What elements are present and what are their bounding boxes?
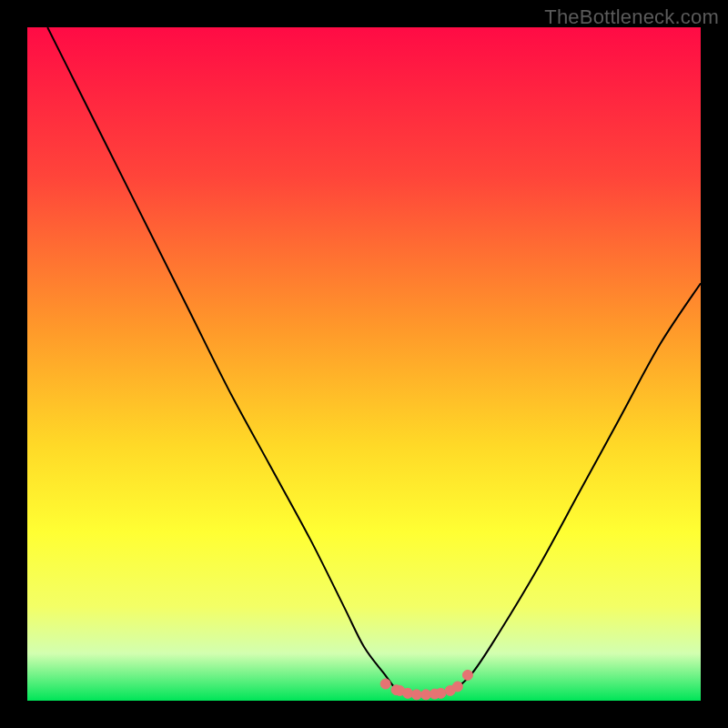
plot-area — [27, 27, 701, 701]
chart-svg — [27, 27, 701, 701]
valley-marker — [462, 670, 472, 680]
valley-marker — [380, 679, 390, 689]
chart-frame: { "watermark": "TheBottleneck.com", "col… — [0, 0, 728, 728]
watermark-text: TheBottleneck.com — [544, 5, 719, 29]
valley-marker — [411, 690, 421, 700]
valley-marker — [436, 688, 446, 698]
valley-marker — [452, 682, 462, 692]
gradient-background — [27, 27, 701, 701]
